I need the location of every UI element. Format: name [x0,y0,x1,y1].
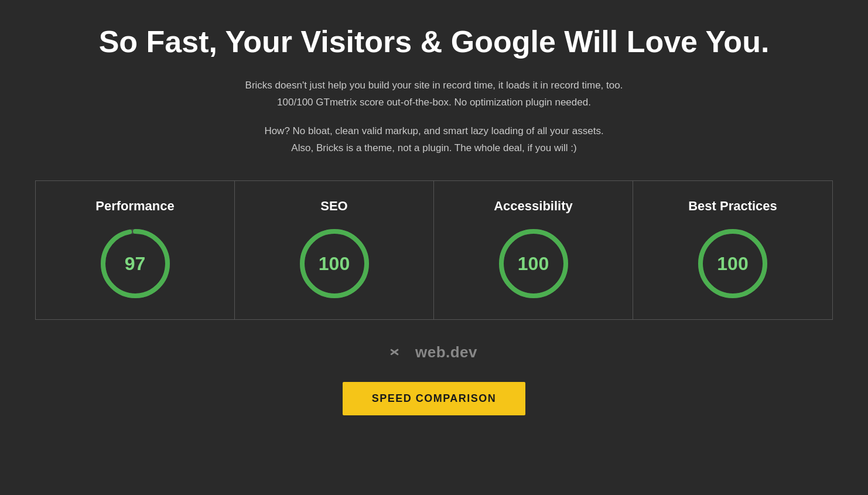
score-card-accessibility: Accessibility 100 [434,181,633,319]
description-block: How? No bloat, clean valid markup, and s… [264,123,603,157]
score-label: Best Practices [688,199,777,214]
score-circle: 97 [97,226,173,302]
subtitle-block: Bricks doesn't just help you build your … [245,77,623,111]
score-circle: 100 [695,226,771,302]
score-card-best-practices: Best Practices 100 [633,181,832,319]
description-line-2: Also, Bricks is a theme, not a plugin. T… [264,140,603,157]
webdev-section: web.dev [391,343,477,361]
score-label: SEO [320,199,347,214]
score-card-performance: Performance 97 [36,181,235,319]
description-line-1: How? No bloat, clean valid markup, and s… [264,123,603,140]
speed-comparison-button[interactable]: SPEED COMPARISON [343,382,526,415]
score-label: Accessibility [494,199,573,214]
score-card-seo: SEO 100 [235,181,434,319]
score-circle: 100 [296,226,373,302]
score-circle: 100 [495,226,572,302]
webdev-label: web.dev [415,343,477,361]
score-value: 100 [319,252,350,274]
score-label: Performance [95,199,175,214]
subtitle-line-2: 100/100 GTmetrix score out-of-the-box. N… [245,94,623,111]
score-value: 100 [518,252,549,274]
page-container: So Fast, Your Visitors & Google Will Lov… [0,0,868,495]
scores-grid: Performance 97 SEO 100 Accessibility [35,180,833,320]
webdev-icon [391,345,408,359]
score-value: 100 [717,252,748,274]
subtitle-line-1: Bricks doesn't just help you build your … [245,77,623,94]
score-value: 97 [125,252,146,274]
main-heading: So Fast, Your Visitors & Google Will Lov… [99,23,770,60]
